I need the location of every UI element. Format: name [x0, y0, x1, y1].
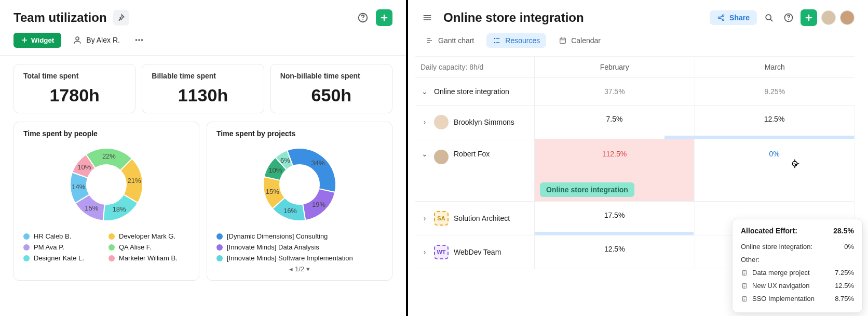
- task-chip[interactable]: Online store integration: [540, 182, 634, 197]
- share-icon: [717, 14, 725, 22]
- author[interactable]: By Alex R.: [73, 35, 120, 45]
- svg-rect-26: [560, 38, 566, 43]
- donut-people: 22%21%18%15%14%10%: [60, 143, 153, 226]
- plus-icon: [804, 13, 813, 22]
- svg-text:16%: 16%: [283, 207, 297, 215]
- svg-text:10%: 10%: [77, 163, 91, 171]
- resources-icon: [493, 36, 501, 45]
- row-label: Robert Fox: [454, 150, 490, 158]
- help-button[interactable]: [781, 10, 796, 25]
- row-val-feb: 7.5%: [535, 106, 695, 139]
- stats-row: Total time spent 1780h Billable time spe…: [13, 64, 392, 113]
- row-val-mar: 0%: [695, 139, 855, 201]
- author-label: By Alex R.: [86, 36, 120, 44]
- right-panel: Online store integration Share: [406, 0, 868, 316]
- add-button[interactable]: [376, 9, 392, 26]
- legend-dot-icon: [23, 244, 30, 251]
- gantt-icon: [426, 36, 434, 45]
- help-icon: [783, 12, 794, 23]
- menu-icon: [422, 12, 432, 23]
- popup-item-val: 8.75%: [835, 295, 854, 302]
- svg-point-1: [362, 19, 363, 20]
- legend-item: Developer Mark G.: [108, 232, 189, 240]
- svg-text:34%: 34%: [311, 159, 325, 167]
- popup-item-name: Data merge project: [752, 269, 810, 276]
- add-button[interactable]: [801, 9, 817, 26]
- popup-item-val: 7.25%: [835, 269, 854, 276]
- row-label: WebDev Team: [454, 248, 501, 256]
- tab-label: Resources: [505, 36, 540, 45]
- widget-button[interactable]: Widget: [13, 33, 61, 48]
- row-val-feb: 17.5%: [535, 202, 695, 235]
- pager-prev-icon[interactable]: ◂: [289, 265, 293, 273]
- left-panel: Team utilization Widget By: [0, 0, 406, 316]
- stat-label: Non-billable time spent: [280, 72, 383, 80]
- stat-card-billable[interactable]: Billable time spent 1130h: [142, 64, 264, 113]
- pin-button[interactable]: [113, 10, 129, 25]
- plus-icon: [379, 13, 389, 22]
- chevron-right-icon[interactable]: ›: [421, 214, 429, 222]
- clipboard-icon: [741, 295, 748, 302]
- avatar[interactable]: [821, 10, 836, 25]
- legend-label: [Innovate Minds] Software Implementation: [227, 254, 353, 262]
- pin-icon: [117, 14, 125, 22]
- svg-point-24: [494, 38, 496, 40]
- more-button[interactable]: [131, 32, 147, 48]
- tab-calendar[interactable]: Calendar: [552, 33, 607, 48]
- legend-people: HR Caleb B.Developer Mark G.PM Ava P.QA …: [23, 232, 189, 262]
- legend-dot-icon: [216, 233, 223, 240]
- row-label: Brooklyn Simmons: [454, 118, 514, 126]
- legend-item: PM Ava P.: [23, 243, 104, 251]
- chart-projects[interactable]: Time spent by projects 34%19%16%15%10%6%…: [207, 122, 392, 281]
- popup-item: SSO Implementation8.75%: [741, 292, 854, 305]
- tab-gantt[interactable]: Gantt chart: [419, 33, 480, 48]
- effort-popup: Allocated Effort: 28.5% Online store int…: [732, 219, 863, 313]
- popup-item: New UX navigation12.5%: [741, 279, 854, 292]
- avatar-icon: [434, 115, 449, 129]
- tab-resources[interactable]: Resources: [486, 33, 546, 48]
- chart-people[interactable]: Time spent by people 22%21%18%15%14%10% …: [13, 122, 199, 281]
- svg-text:10%: 10%: [268, 166, 282, 174]
- pager-label: 1/2: [295, 265, 304, 273]
- legend-label: [Dynamic Dimensions] Consulting: [227, 232, 328, 240]
- pager-next-icon[interactable]: ▾: [306, 265, 310, 273]
- more-icon: [133, 34, 145, 46]
- stat-card-nonbillable[interactable]: Non-billable time spent 650h: [270, 64, 392, 113]
- col-february: February: [535, 57, 695, 77]
- legend-item: Designer Kate L.: [23, 254, 104, 262]
- row-project[interactable]: ⌄ Online store integration 37.5% 9.25%: [415, 78, 855, 106]
- legend-label: Marketer William B.: [119, 254, 178, 262]
- help-button[interactable]: [355, 10, 371, 25]
- avatar[interactable]: [840, 10, 855, 25]
- legend-label: HR Caleb B.: [34, 232, 71, 240]
- legend-dot-icon: [108, 244, 115, 251]
- legend-dot-icon: [108, 255, 115, 261]
- role-icon: WT: [434, 245, 449, 259]
- legend-item: QA Alise F.: [108, 243, 189, 251]
- right-title: Online store integration: [443, 10, 584, 25]
- popup-total: 28.5%: [833, 227, 854, 235]
- legend-dot-icon: [23, 233, 30, 240]
- share-button[interactable]: Share: [710, 10, 757, 25]
- pager[interactable]: ◂ 1/2 ▾: [216, 265, 383, 273]
- stat-label: Billable time spent: [152, 72, 254, 80]
- row-brooklyn[interactable]: › Brooklyn Simmons 7.5% 12.5%: [415, 106, 855, 139]
- menu-button[interactable]: [419, 10, 435, 25]
- chart-title: Time spent by projects: [216, 129, 383, 138]
- stat-label: Total time spent: [23, 72, 126, 80]
- popup-item-name: New UX navigation: [752, 282, 810, 289]
- chevron-down-icon[interactable]: ⌄: [421, 87, 429, 96]
- svg-point-25: [494, 42, 496, 44]
- tab-label: Gantt chart: [438, 36, 474, 45]
- popup-item: Data merge project7.25%: [741, 266, 854, 279]
- legend-label: [Innovate Minds] Data Analysis: [227, 243, 319, 251]
- svg-text:22%: 22%: [102, 152, 116, 160]
- popup-other-label: Other:: [741, 256, 760, 264]
- popup-item-val: 12.5%: [835, 282, 854, 289]
- chevron-right-icon[interactable]: ›: [421, 248, 429, 256]
- chevron-right-icon[interactable]: ›: [421, 118, 429, 126]
- stat-card-total[interactable]: Total time spent 1780h: [13, 64, 135, 113]
- search-button[interactable]: [761, 10, 777, 25]
- svg-point-21: [766, 15, 771, 20]
- chevron-down-icon[interactable]: ⌄: [421, 150, 429, 158]
